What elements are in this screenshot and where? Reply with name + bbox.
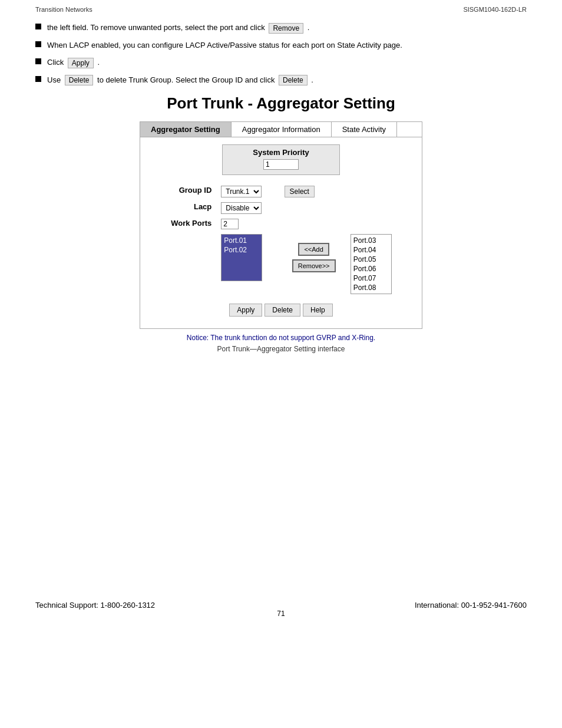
header-right: SISGM1040-162D-LR	[463, 6, 527, 13]
page-number: 71	[0, 610, 562, 618]
lacp-empty-cell	[281, 200, 347, 216]
bullet-text-4: Use Delete to delete Trunk Group. Select…	[47, 74, 313, 86]
footer-left: Technical Support: 1-800-260-1312	[35, 601, 155, 610]
delete-button[interactable]: Delete	[265, 304, 300, 317]
lacp-select[interactable]: Disable Enable	[221, 202, 262, 214]
notice-text: Notice: The trunk function do not suppor…	[35, 334, 527, 342]
footer-right: International: 00-1-952-941-7600	[415, 601, 527, 610]
delete-inline-button-2[interactable]: Delete	[279, 75, 308, 85]
page-title: Port Trunk - Aggregator Setting	[35, 94, 527, 113]
group-id-value-cell: Trunk.1 Trunk.2 Trunk.3 Trunk.4	[217, 183, 280, 200]
lacp-label: Lacp	[152, 200, 217, 216]
bottom-buttons: Apply Delete Help	[152, 304, 410, 322]
right-port-list[interactable]: Port.03 Port.04 Port.05 Port.06 Port.07 …	[351, 234, 392, 294]
group-id-select[interactable]: Trunk.1 Trunk.2 Trunk.3 Trunk.4	[221, 186, 262, 197]
tab-aggregator-setting[interactable]: Aggregator Setting	[140, 122, 232, 137]
page-content: the left field. To remove unwanted ports…	[0, 16, 562, 365]
lacp-value-cell: Disable Enable	[217, 200, 280, 216]
port-item-06[interactable]: Port.06	[352, 264, 390, 274]
work-ports-row: Work Ports	[152, 216, 410, 232]
ports-row: Port.01 Port.02 <<Add Remove>> Port.03	[152, 232, 410, 297]
bullet-list: the left field. To remove unwanted ports…	[35, 22, 527, 85]
bullet-text-3: Click Apply .	[47, 57, 100, 68]
left-ports-cell: Port.01 Port.02	[217, 232, 280, 297]
tab-spacer	[397, 122, 422, 137]
ports-label-cell	[152, 232, 217, 297]
footer-area: Technical Support: 1-800-260-1312 Intern…	[0, 601, 562, 618]
lacp-row: Lacp Disable Enable	[152, 200, 410, 216]
work-ports-empty-cell	[281, 216, 347, 232]
caption-text: Port Trunk—Aggregator Setting interface	[35, 345, 527, 353]
work-ports-input[interactable]	[221, 219, 239, 229]
group-id-label: Group ID	[152, 183, 217, 200]
apply-button[interactable]: Apply	[229, 304, 262, 317]
help-button[interactable]: Help	[303, 304, 333, 317]
right-ports-cell: Port.03 Port.04 Port.05 Port.06 Port.07 …	[347, 232, 410, 297]
system-priority-label: System Priority	[229, 148, 333, 157]
bullet-text-2: When LACP enabled, you can configure LAC…	[47, 39, 402, 51]
system-priority-box: System Priority	[222, 144, 340, 175]
form-area: System Priority Group ID Trunk.1 Trunk.2…	[140, 137, 422, 328]
delete-inline-button-1[interactable]: Delete	[65, 75, 94, 85]
port-item-05[interactable]: Port.05	[352, 255, 390, 264]
bullet-item-1: the left field. To remove unwanted ports…	[35, 22, 527, 34]
interface-container: Aggregator Setting Aggregator Informatio…	[140, 121, 422, 329]
footer-row: Technical Support: 1-800-260-1312 Intern…	[0, 601, 562, 610]
bullet-icon-1	[35, 24, 41, 29]
bullet-icon-2	[35, 41, 41, 47]
group-id-row: Group ID Trunk.1 Trunk.2 Trunk.3 Trunk.4…	[152, 183, 410, 200]
form-table: Group ID Trunk.1 Trunk.2 Trunk.3 Trunk.4…	[152, 183, 410, 297]
middle-btns-cell: <<Add Remove>>	[281, 232, 347, 297]
page-header: Transition Networks SISGM1040-162D-LR	[0, 0, 562, 16]
system-priority-input[interactable]	[263, 159, 299, 170]
middle-buttons: <<Add Remove>>	[285, 234, 343, 272]
remove-button[interactable]: Remove>>	[292, 259, 336, 272]
select-btn-cell: Select	[281, 183, 347, 200]
bullet-text-1: the left field. To remove unwanted ports…	[47, 22, 309, 34]
bullet-item-3: Click Apply .	[35, 57, 527, 68]
tab-aggregator-info[interactable]: Aggregator Information	[232, 122, 332, 137]
work-ports-label: Work Ports	[152, 216, 217, 232]
bullet-item-4: Use Delete to delete Trunk Group. Select…	[35, 74, 527, 86]
left-port-list[interactable]: Port.01 Port.02	[221, 234, 262, 281]
remove-inline-button[interactable]: Remove	[269, 23, 303, 34]
tab-state-activity[interactable]: State Activity	[332, 122, 397, 137]
apply-inline-button[interactable]: Apply	[68, 58, 94, 68]
port-item-04[interactable]: Port.04	[352, 245, 390, 255]
port-item-07[interactable]: Port.07	[352, 274, 390, 283]
work-ports-value-cell	[217, 216, 280, 232]
port-item-02[interactable]: Port.02	[223, 245, 260, 255]
add-button[interactable]: <<Add	[298, 243, 329, 256]
bullet-icon-4	[35, 76, 41, 82]
bullet-icon-3	[35, 58, 41, 64]
header-left: Transition Networks	[35, 6, 92, 13]
bullet-item-2: When LACP enabled, you can configure LAC…	[35, 39, 527, 51]
port-item-08[interactable]: Port.08	[352, 283, 390, 292]
select-button[interactable]: Select	[285, 186, 315, 197]
port-item-03[interactable]: Port.03	[352, 236, 390, 245]
tab-bar: Aggregator Setting Aggregator Informatio…	[140, 122, 422, 137]
port-item-01[interactable]: Port.01	[223, 236, 260, 245]
